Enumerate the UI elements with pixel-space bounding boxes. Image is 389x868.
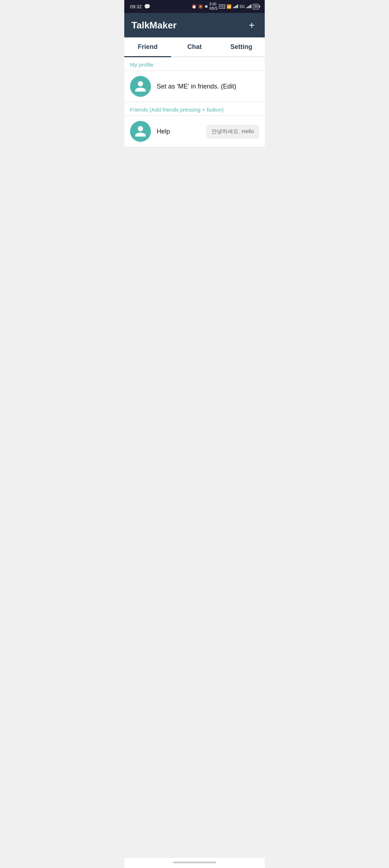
add-friend-button[interactable]: + — [246, 19, 258, 32]
data-speed: 9.00KB/S — [209, 2, 218, 11]
battery-indicator: 99 — [253, 4, 259, 9]
mute-icon: 🔕 — [198, 4, 203, 9]
content-area: My profile Set as 'ME' in friends. (Edit… — [124, 57, 265, 147]
alarm-icon: ⏰ — [192, 4, 197, 9]
status-bar-left: 09:32 💬 — [130, 4, 150, 9]
signal-icon — [233, 4, 238, 9]
person-icon — [134, 80, 147, 93]
tab-chat[interactable]: Chat — [171, 37, 218, 56]
friend-person-icon — [134, 125, 147, 138]
tab-bar: Friend Chat Setting — [124, 37, 265, 57]
last-message-bubble: 안녕하세요. Hello — [206, 125, 259, 139]
status-bar-right: ⏰ 🔕 ✱ 9.00KB/S HD 📶 5G 99 — [192, 2, 259, 11]
my-avatar — [130, 76, 151, 97]
bluetooth-icon: ✱ — [205, 4, 208, 9]
friend-row-help[interactable]: Help 안녕하세요. Hello — [124, 116, 265, 147]
5g-label: 5G — [240, 4, 245, 9]
time-display: 09:32 — [130, 4, 142, 9]
tab-setting[interactable]: Setting — [218, 37, 265, 56]
friend-avatar-help — [130, 121, 151, 142]
my-profile-row[interactable]: Set as 'ME' in friends. (Edit) — [124, 71, 265, 102]
friends-heading: Friends (Add friends pressing + button) — [124, 102, 265, 116]
status-bar: 09:32 💬 ⏰ 🔕 ✱ 9.00KB/S HD 📶 5G — [124, 0, 265, 13]
divider-4 — [124, 147, 265, 147]
message-app-icon: 💬 — [144, 4, 150, 9]
hd-icon: HD — [219, 4, 225, 9]
wifi-icon: 📶 — [227, 4, 232, 9]
my-profile-text: Set as 'ME' in friends. (Edit) — [157, 83, 259, 90]
app-header: TalkMaker + — [124, 13, 265, 37]
battery-level: 99 — [254, 5, 258, 9]
my-profile-heading: My profile — [124, 57, 265, 71]
signal-icon-2 — [246, 4, 251, 9]
app-title: TalkMaker — [131, 20, 176, 31]
tab-friend[interactable]: Friend — [124, 37, 171, 56]
friend-name-help: Help — [157, 128, 201, 135]
